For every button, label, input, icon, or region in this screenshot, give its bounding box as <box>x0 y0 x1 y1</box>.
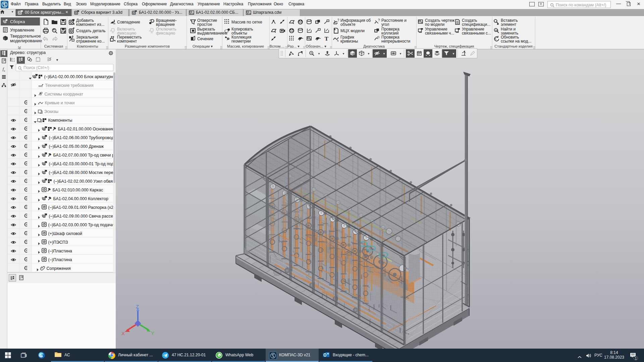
svg-text:G?: G? <box>377 36 380 39</box>
svg-text:T: T <box>325 36 329 42</box>
svg-text:AB: AB <box>495 29 498 32</box>
svg-text:Y: Y <box>151 330 154 336</box>
svg-text:?: ? <box>378 19 380 22</box>
svg-text:1.1: 1.1 <box>12 58 15 60</box>
svg-text:1.2: 1.2 <box>12 60 15 62</box>
svg-text:Z: Z <box>136 304 139 309</box>
svg-text:?: ? <box>337 19 339 22</box>
svg-text:X: X <box>121 330 125 336</box>
